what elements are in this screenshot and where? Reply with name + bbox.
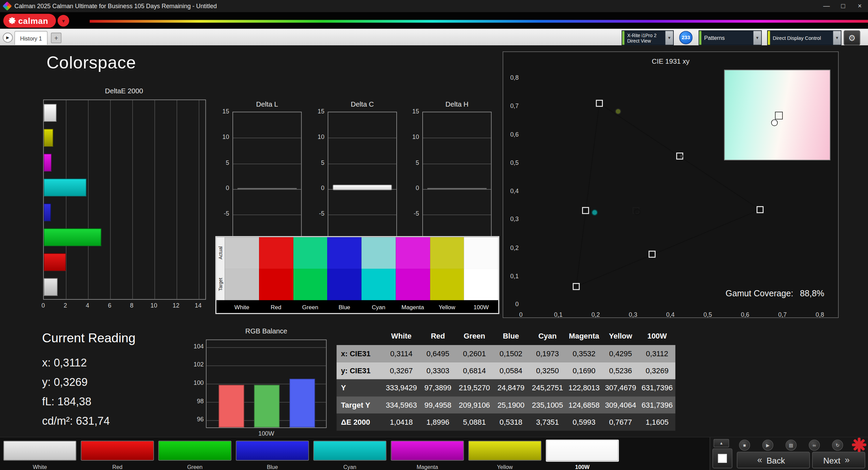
chevron-down-icon: ▼ [665, 31, 673, 45]
patterns-dropdown[interactable]: Patterns ▼ [699, 30, 762, 45]
reading-cdm2: cd/m²: 631,74 [42, 411, 135, 431]
pattern-label: Cyan [313, 464, 386, 470]
next-button[interactable]: Next » [812, 452, 865, 468]
table-cell: 209,9106 [456, 396, 492, 413]
gridline [423, 163, 491, 164]
actual-swatch [225, 237, 259, 269]
target-marker [633, 207, 639, 214]
maximize-button[interactable]: □ [835, 0, 852, 12]
table-column-header: Green [456, 326, 492, 345]
gridline [177, 100, 177, 299]
table-column-header: Magenta [566, 326, 602, 345]
row-label: ΔE 2000 [337, 413, 383, 430]
stop-pattern-button[interactable] [713, 449, 732, 468]
table-cell: 97,3899 [420, 379, 456, 396]
x-tick-label: 14 [195, 302, 202, 308]
swatch-column-white [225, 237, 259, 300]
calman-logo[interactable]: calman ▾ [3, 14, 69, 28]
gridline [328, 138, 396, 139]
tab-history-1[interactable]: History 1 [14, 31, 47, 45]
meter-mode: Direct View [627, 38, 663, 43]
minimize-button[interactable]: — [818, 0, 835, 12]
history-nav-button[interactable]: ▶ [3, 33, 13, 43]
measured-marker [680, 155, 683, 158]
display-control-dropdown[interactable]: Direct Display Control ▼ [767, 30, 841, 45]
settings-gear-button[interactable]: ⚙ [844, 30, 861, 45]
reading-fl: fL: 184,38 [42, 392, 135, 411]
y-tick-label: 0 [212, 185, 229, 191]
x-tick-label: 0 [42, 302, 45, 308]
deltae-plot [43, 99, 206, 300]
x-tick-label: 0,6 [741, 311, 749, 318]
pattern-button-cyan[interactable] [313, 441, 386, 460]
chevron-down-icon: ▾ [62, 18, 65, 24]
x-tick-label: 0,8 [816, 311, 824, 318]
gridline [207, 365, 326, 366]
measured-marker [592, 210, 597, 215]
pattern-button-blue[interactable] [236, 441, 309, 460]
pattern-button-green[interactable] [158, 441, 231, 460]
table-cell: 124,6858 [566, 396, 602, 413]
pattern-button-white[interactable] [3, 441, 76, 460]
close-button[interactable]: × [851, 0, 868, 12]
current-reading: Current Reading x: 0,3112 y: 0,3269 fL: … [42, 331, 135, 431]
pattern-button-magenta[interactable] [391, 441, 464, 460]
target-swatch [362, 269, 396, 300]
measured-marker [615, 109, 621, 114]
whitepoint-measured-marker [771, 120, 777, 126]
table-cell: 0,5318 [493, 413, 529, 430]
rgb-bar-blue [290, 379, 315, 427]
tab-bar: ▶ History 1 + X-Rite i1Pro 2 Direct View… [0, 29, 868, 46]
y-tick-label: -5 [212, 210, 229, 217]
display-control-label: Direct Display Control [773, 35, 831, 41]
table-row: Y333,942997,3899219,527024,8479245,27511… [337, 379, 675, 396]
gridline [328, 163, 396, 164]
stop-button[interactable]: ■ [739, 440, 750, 451]
target-swatch [293, 269, 327, 300]
swatch-row-labels: Actual Target [216, 237, 225, 300]
save-button[interactable]: ▤ [786, 440, 796, 451]
x-tick-label: 4 [86, 302, 89, 308]
target-swatch [396, 269, 430, 300]
gridline [66, 100, 66, 299]
pattern-label: Magenta [391, 464, 464, 470]
gridline [328, 215, 396, 215]
rgb-bar-red [219, 385, 244, 427]
meter-name: X-Rite i1Pro 2 [627, 32, 663, 38]
y-tick-label: -5 [401, 210, 419, 217]
y-tick-label: 0,2 [504, 244, 519, 251]
table-cell: 0,7677 [602, 413, 639, 430]
table-cell: 0,3267 [383, 362, 420, 379]
table-cell: 0,6495 [420, 345, 456, 362]
play-button[interactable]: ▶ [762, 440, 773, 451]
back-button[interactable]: « Back [737, 452, 810, 468]
pattern-button-100w[interactable] [546, 440, 619, 462]
expand-button[interactable]: ▲ [714, 439, 729, 447]
table-header-row: WhiteRedGreenBlueCyanMagentaYellow100W [337, 326, 675, 345]
actual-swatch [464, 237, 498, 269]
chart-title: RGB Balance [206, 327, 326, 335]
gridline [233, 138, 301, 139]
logo-menu-button[interactable]: ▾ [58, 15, 69, 27]
row-label: x: CIE31 [337, 345, 383, 362]
y-tick-label: 0,6 [504, 131, 519, 137]
add-tab-button[interactable]: + [51, 33, 61, 43]
meter-dropdown[interactable]: X-Rite i1Pro 2 Direct View ▼ [622, 30, 674, 45]
pattern-button-red[interactable] [81, 441, 154, 460]
exposure-badge[interactable]: 233 [679, 31, 692, 44]
chevron-down-icon: ▼ [833, 31, 841, 45]
deltae-bar-100w [44, 278, 58, 296]
pattern-button-yellow[interactable] [468, 441, 541, 460]
whitepoint-target-marker [775, 111, 783, 119]
table-cell: 24,8479 [493, 379, 529, 396]
gridline [207, 347, 326, 348]
table-column-header: Red [420, 326, 456, 345]
stop-icon: ■ [743, 443, 746, 448]
actual-swatch [362, 237, 396, 269]
refresh-button[interactable]: ↻ [832, 440, 843, 451]
save-icon: ▤ [789, 443, 793, 448]
table-cell: 3,7351 [529, 413, 566, 430]
table-row: Target Y334,596399,4958209,910625,190023… [337, 396, 675, 413]
link-button[interactable]: ∞ [809, 440, 820, 451]
gridline [423, 189, 491, 190]
